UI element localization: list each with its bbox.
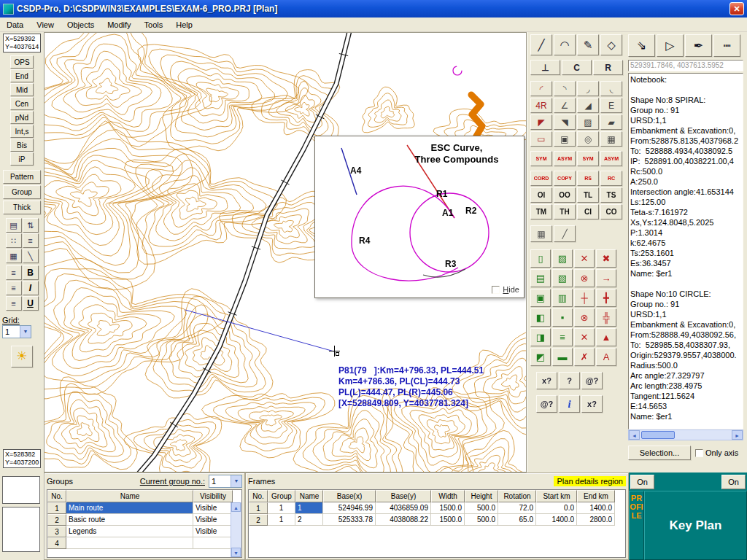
edit-tool-button[interactable]: ⊗	[574, 269, 595, 287]
line-style-icon[interactable]: ≡	[6, 281, 22, 295]
edit-tool-button[interactable]: ╬	[596, 308, 616, 327]
edit-tool-button[interactable]: ▯	[530, 249, 551, 268]
sidebar-tool-icon[interactable]: ∷	[6, 233, 22, 248]
snap-button[interactable]: Cen	[10, 97, 34, 110]
query-tool-button[interactable]: x?	[536, 372, 557, 389]
selection-mode-button[interactable]: ⇘	[628, 34, 655, 57]
edit-tool-button[interactable]: ✕	[574, 328, 595, 346]
edit-tool-button[interactable]: ▤	[530, 269, 551, 287]
keyplan-panel[interactable]: Key Plan	[644, 491, 747, 560]
snap-button[interactable]: Bis	[10, 139, 34, 152]
profile-tab[interactable]: PROFILE	[629, 491, 644, 560]
query-tool-button[interactable]: @?	[581, 372, 603, 389]
sym-tool-button[interactable]: SYM	[577, 151, 599, 166]
query-tool-button[interactable]: ?	[559, 372, 580, 389]
scrollbar-thumb[interactable]	[641, 431, 675, 439]
sym-tool-button[interactable]: SYM	[530, 151, 552, 166]
trim-tool-button[interactable]: TM	[530, 204, 552, 219]
groups-vscrollbar[interactable]: ▲ ▼	[231, 502, 241, 557]
arc-tool-button[interactable]: E	[600, 98, 622, 113]
column-header[interactable]: Name	[66, 490, 193, 502]
arc-tool-button[interactable]: ▦	[600, 131, 622, 147]
only-axis-checkbox[interactable]: Only axis	[695, 448, 738, 457]
arc-tool-button[interactable]: ◟	[600, 81, 622, 96]
arc-tool-button[interactable]: ◞	[577, 81, 599, 96]
cord-tool-button[interactable]: RC	[600, 171, 622, 186]
column-header[interactable]: Height	[465, 490, 498, 502]
snap-button[interactable]: pNd	[10, 111, 34, 124]
menu-item[interactable]: Tools	[138, 19, 170, 31]
edit-tool-button[interactable]: ✖	[596, 249, 616, 268]
cord-tool-button[interactable]: CORD	[530, 171, 552, 186]
lightbulb-button[interactable]: ☀	[11, 346, 33, 368]
table-row[interactable]: 1 Main route Visible	[47, 502, 241, 514]
draw-tool-button[interactable]: ╱	[530, 34, 552, 55]
sidebar-tool-icon[interactable]: ⇅	[23, 218, 39, 233]
edit-tool-button[interactable]: ⊗	[574, 308, 595, 327]
selection-mode-button[interactable]: ┉	[713, 34, 740, 57]
edit-tool-button[interactable]: ▨	[552, 249, 573, 268]
edit-tool-button[interactable]: ▲	[596, 328, 616, 346]
table-tool-button[interactable]: ▦	[530, 225, 552, 242]
arc-tool-button[interactable]: ∠	[554, 98, 576, 113]
edit-tool-button[interactable]: ┼	[574, 289, 595, 307]
scroll-left-icon[interactable]: ◄	[629, 430, 640, 440]
column-header[interactable]: Width	[431, 490, 465, 502]
chevron-down-icon[interactable]: ▼	[231, 475, 241, 487]
trim-tool-button[interactable]: TH	[554, 204, 576, 219]
text-style-button[interactable]: U	[23, 296, 39, 311]
notebook-hscrollbar[interactable]: ◄ ►	[628, 429, 743, 440]
snap-button[interactable]: iP	[10, 152, 34, 166]
draw-tool-button[interactable]: ◠	[554, 34, 576, 55]
draw-tool-button[interactable]: ✎	[577, 34, 599, 55]
column-header[interactable]: Group	[268, 490, 295, 502]
sidebar-tool-icon[interactable]: ▤	[6, 218, 22, 233]
table-row[interactable]: 1 1 1 524946.99 4036859.09 1500.0 500.0 …	[249, 502, 625, 514]
column-header[interactable]: No.	[249, 490, 268, 502]
selection-button[interactable]: Selection...	[628, 446, 691, 460]
constraint-tool-button[interactable]: ⊥	[530, 60, 560, 75]
line-style-icon[interactable]: ≡	[6, 265, 22, 280]
arc-tool-button[interactable]: ◎	[577, 131, 599, 147]
arc-tool-button[interactable]: ◥	[554, 114, 576, 130]
column-header[interactable]: Base(x)	[323, 490, 376, 502]
arc-tool-button[interactable]: ▨	[577, 114, 599, 130]
sym-tool-button[interactable]: ASYM	[600, 151, 622, 166]
column-header[interactable]: Base(y)	[376, 490, 431, 502]
edit-tool-button[interactable]: ✗	[574, 348, 595, 366]
snap-button[interactable]: Int,s	[10, 125, 34, 138]
hide-checkbox[interactable]: Hide	[492, 285, 519, 294]
snap-button[interactable]: OPS	[10, 55, 34, 69]
text-style-button[interactable]: B	[23, 265, 39, 280]
edit-tool-button[interactable]: ▥	[552, 289, 573, 307]
menu-item[interactable]: Data	[0, 19, 30, 31]
table-row[interactable]: 2 Basic route Visible	[47, 514, 241, 526]
column-header[interactable]: Rotation	[498, 490, 536, 502]
sidebar-tool-icon[interactable]: ▦	[6, 249, 22, 263]
chevron-down-icon[interactable]: ▼	[20, 326, 31, 338]
snap-button[interactable]: Mid	[10, 83, 34, 96]
offset-tool-button[interactable]: TS	[600, 187, 622, 203]
line-style-icon[interactable]: ≡	[6, 296, 22, 311]
mode-button[interactable]: Group	[3, 185, 41, 199]
draw-tool-button[interactable]: ◇	[600, 34, 622, 55]
column-header[interactable]: End km	[577, 490, 615, 502]
offset-tool-button[interactable]: OI	[530, 187, 552, 203]
scrollbar-track[interactable]	[640, 430, 732, 440]
menu-item[interactable]: Modify	[101, 19, 137, 31]
checkbox-icon[interactable]	[492, 286, 500, 294]
selection-mode-button[interactable]: ✒	[685, 34, 712, 57]
mode-button[interactable]: Pattern	[3, 170, 41, 184]
constraint-tool-button[interactable]: R	[593, 60, 623, 75]
constraint-tool-button[interactable]: C	[562, 60, 592, 75]
edit-tool-button[interactable]: ◧	[530, 308, 551, 327]
trim-tool-button[interactable]: CO	[600, 204, 622, 219]
arc-tool-button[interactable]: 4R	[530, 98, 552, 113]
offset-tool-button[interactable]: TL	[577, 187, 599, 203]
scroll-up-icon[interactable]: ▲	[231, 502, 241, 512]
close-button[interactable]: ✕	[729, 2, 744, 15]
current-group-select[interactable]: 1 ▼	[209, 475, 242, 488]
edit-tool-button[interactable]: ╋	[596, 289, 616, 307]
profile-on-button[interactable]: On	[630, 475, 654, 489]
menu-item[interactable]: Objects	[61, 19, 101, 31]
